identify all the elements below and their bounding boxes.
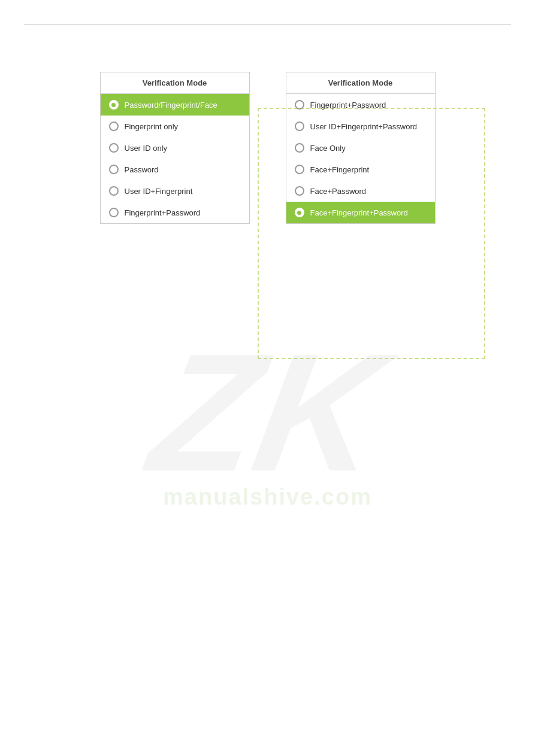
row-label-face-only: Face Only bbox=[310, 144, 346, 153]
right-row-face-only[interactable]: Face Only bbox=[286, 137, 435, 159]
watermark-zk-text: ZK bbox=[141, 329, 394, 496]
radio-uid-only bbox=[109, 143, 119, 153]
radio-inner-uid-fp bbox=[111, 189, 116, 193]
content-area: Verification Mode Password/Fingerprint/F… bbox=[0, 72, 535, 224]
row-label-fp-pw: Fingerprint+Password bbox=[125, 208, 201, 217]
radio-inner-face-pw bbox=[297, 189, 301, 193]
radio-inner-uid-fp-pw bbox=[297, 125, 301, 129]
row-label-fp-pw2: Fingerprint+Password bbox=[310, 101, 386, 110]
radio-inner-fp-pw bbox=[111, 211, 116, 215]
right-row-face-pw[interactable]: Face+Password bbox=[286, 180, 435, 202]
row-label-uid-fp-pw: User ID+Fingerprint+Password bbox=[310, 122, 417, 131]
row-label-uid-fp: User ID+Fingerprint bbox=[125, 187, 193, 196]
row-label-fp-only: Fingerprint only bbox=[125, 122, 179, 131]
row-label-pw-fp-face: Password/Fingerprint/Face bbox=[125, 101, 217, 110]
radio-inner-uid-only bbox=[111, 146, 116, 150]
radio-inner-fp-only bbox=[111, 125, 116, 129]
left-table: Verification Mode Password/Fingerprint/F… bbox=[100, 72, 250, 224]
right-row-uid-fp-pw[interactable]: User ID+Fingerprint+Password bbox=[286, 116, 435, 137]
radio-uid-fp-pw bbox=[295, 122, 304, 131]
radio-face-pw bbox=[295, 186, 304, 196]
radio-uid-fp bbox=[109, 186, 119, 196]
watermark-site-text: manualshive.com bbox=[163, 484, 372, 510]
radio-fp-pw bbox=[109, 208, 119, 217]
row-label-face-fp-pw: Face+Fingerprint+Password bbox=[310, 208, 408, 217]
left-row-uid-fp[interactable]: User ID+Fingerprint bbox=[101, 180, 249, 202]
right-table: Verification Mode Fingerprint+PasswordUs… bbox=[286, 72, 436, 224]
left-row-pw-fp-face[interactable]: Password/Fingerprint/Face bbox=[101, 94, 249, 116]
watermark: ZK manualshive.com bbox=[88, 239, 448, 599]
row-label-password: Password bbox=[125, 165, 159, 174]
radio-inner-face-fp bbox=[297, 168, 301, 172]
radio-inner-pw-fp-face bbox=[111, 103, 116, 107]
radio-inner-face-fp-pw bbox=[297, 211, 301, 215]
top-divider bbox=[24, 24, 511, 25]
left-row-uid-only[interactable]: User ID only bbox=[101, 137, 249, 159]
radio-face-only bbox=[295, 143, 304, 153]
left-table-header: Verification Mode bbox=[100, 72, 249, 94]
right-verification-panel: Verification Mode Fingerprint+PasswordUs… bbox=[286, 72, 436, 224]
left-row-fp-pw[interactable]: Fingerprint+Password bbox=[101, 202, 249, 223]
row-label-uid-only: User ID only bbox=[125, 144, 168, 153]
row-label-face-fp: Face+Fingerprint bbox=[310, 165, 370, 174]
right-row-face-fp-pw[interactable]: Face+Fingerprint+Password bbox=[286, 202, 435, 223]
left-row-password[interactable]: Password bbox=[101, 159, 249, 180]
radio-inner-fp-pw2 bbox=[297, 103, 301, 107]
row-label-face-pw: Face+Password bbox=[310, 187, 367, 196]
radio-face-fp-pw bbox=[295, 208, 304, 217]
radio-fp-pw2 bbox=[295, 100, 304, 110]
radio-pw-fp-face bbox=[109, 100, 119, 110]
right-row-face-fp[interactable]: Face+Fingerprint bbox=[286, 159, 435, 180]
radio-inner-password bbox=[111, 168, 116, 172]
right-table-header: Verification Mode bbox=[286, 72, 435, 94]
left-row-fp-only[interactable]: Fingerprint only bbox=[101, 116, 249, 137]
radio-inner-face-only bbox=[297, 146, 301, 150]
radio-password bbox=[109, 165, 119, 174]
left-verification-panel: Verification Mode Password/Fingerprint/F… bbox=[100, 72, 250, 224]
radio-fp-only bbox=[109, 122, 119, 131]
radio-face-fp bbox=[295, 165, 304, 174]
right-row-fp-pw2[interactable]: Fingerprint+Password bbox=[286, 94, 435, 116]
